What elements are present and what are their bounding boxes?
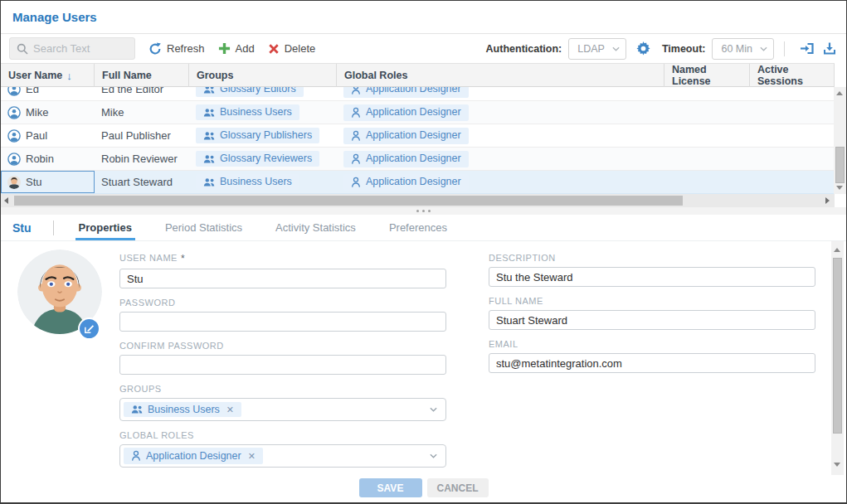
remove-chip-icon[interactable]: ✕ xyxy=(248,452,256,461)
role-icon xyxy=(351,153,361,165)
search-input[interactable] xyxy=(33,42,123,55)
column-header-active-sessions[interactable]: Active Sessions xyxy=(750,64,835,87)
description-label: DESCRIPTION xyxy=(489,253,815,263)
user-icon xyxy=(7,129,21,143)
remove-chip-icon[interactable]: ✕ xyxy=(226,405,234,414)
confirm-password-field[interactable] xyxy=(119,355,446,375)
settings-gear-icon[interactable] xyxy=(636,41,650,56)
groups-dropdown[interactable]: Business Users ✕ xyxy=(119,398,446,421)
password-field[interactable] xyxy=(119,312,446,332)
delete-button[interactable]: Delete xyxy=(268,42,316,55)
group-icon xyxy=(203,177,215,187)
delete-label: Delete xyxy=(285,42,316,55)
timeout-select[interactable]: 60 Min xyxy=(712,38,774,60)
tab-period-statistics[interactable]: Period Statistics xyxy=(148,215,259,240)
focused-cell[interactable]: Stu xyxy=(1,171,95,193)
group-chip: Business Users xyxy=(196,174,299,190)
user-icon xyxy=(7,87,21,96)
tab-properties[interactable]: Properties xyxy=(62,215,148,240)
edit-pencil-icon xyxy=(84,323,95,334)
timeout-label: Timeout: xyxy=(662,43,706,55)
search-box[interactable] xyxy=(9,37,135,60)
authentication-select[interactable]: LDAP xyxy=(568,38,626,60)
email-field[interactable] xyxy=(489,353,815,373)
table-row-ed[interactable]: Ed Ed the Editor Glossary Editors Applic… xyxy=(1,87,835,101)
form-right-column: DESCRIPTION FULL NAME EMAIL xyxy=(489,241,815,373)
group-icon xyxy=(203,87,215,94)
role-icon xyxy=(351,107,361,119)
toolbar: Refresh Add Delete Authentication: LDAP xyxy=(1,34,846,63)
confirm-password-label: CONFIRM PASSWORD xyxy=(119,341,446,351)
chevron-down-icon xyxy=(430,453,437,458)
role-chip: Application Designer xyxy=(343,87,469,98)
scroll-up-icon[interactable] xyxy=(836,91,843,95)
column-header-global-roles[interactable]: Global Roles xyxy=(337,64,664,87)
scroll-down-icon[interactable] xyxy=(834,463,840,467)
user-name-field[interactable] xyxy=(119,269,446,288)
table-hscroll-thumb[interactable] xyxy=(14,196,683,206)
column-header-named-license[interactable]: Named License xyxy=(664,64,750,87)
plus-icon xyxy=(218,42,231,55)
table-header: User Name ↓ Full Name Groups Global Role… xyxy=(1,63,835,87)
authentication-label: Authentication: xyxy=(486,43,562,55)
download-icon[interactable] xyxy=(821,40,838,57)
groups-label: GROUPS xyxy=(119,384,446,394)
table-horizontal-scrollbar[interactable] xyxy=(1,194,835,207)
save-button[interactable]: SAVE xyxy=(359,478,422,497)
role-icon xyxy=(131,450,141,462)
global-roles-chip: Application Designer ✕ xyxy=(124,448,263,464)
toolbar-divider xyxy=(784,41,785,56)
chevron-down-icon xyxy=(612,46,620,51)
column-header-user-name[interactable]: User Name ↓ xyxy=(1,64,95,87)
delete-x-icon xyxy=(268,43,280,55)
group-icon xyxy=(203,154,215,164)
email-label: EMAIL xyxy=(489,339,815,349)
scroll-right-icon[interactable] xyxy=(825,197,830,204)
panel-splitter[interactable] xyxy=(1,207,846,215)
sort-descending-icon: ↓ xyxy=(66,70,72,82)
table-body: Ed Ed the Editor Glossary Editors Applic… xyxy=(1,87,835,194)
column-header-groups[interactable]: Groups xyxy=(189,64,337,87)
tab-activity-statistics[interactable]: Activity Statistics xyxy=(259,215,372,240)
table-vscroll-thumb[interactable] xyxy=(835,147,845,183)
header-divider xyxy=(53,220,54,235)
table-vertical-scrollbar[interactable] xyxy=(834,87,846,194)
role-icon xyxy=(351,87,361,95)
role-chip: Application Designer xyxy=(343,174,469,191)
stu-avatar-mini-icon xyxy=(7,176,21,189)
column-header-full-name[interactable]: Full Name xyxy=(95,64,189,87)
edit-avatar-button[interactable] xyxy=(78,317,100,340)
full-name-label: FULL NAME xyxy=(489,296,815,306)
scroll-down-icon[interactable] xyxy=(836,186,843,190)
description-field[interactable] xyxy=(489,267,815,287)
scroll-left-icon[interactable] xyxy=(4,197,8,204)
table-row-robin[interactable]: Robin Robin Reviewer Glossary Reviewers … xyxy=(1,148,835,171)
role-chip: Application Designer xyxy=(343,128,469,144)
global-roles-label: GLOBAL ROLES xyxy=(119,430,446,440)
panel-vertical-scrollbar[interactable] xyxy=(831,241,844,475)
tab-preferences[interactable]: Preferences xyxy=(372,215,464,240)
refresh-label: Refresh xyxy=(167,42,205,55)
chevron-down-icon xyxy=(430,407,437,412)
cancel-button[interactable]: CANCEL xyxy=(427,478,489,497)
detail-title: Stu xyxy=(1,215,53,240)
full-name-field[interactable] xyxy=(489,310,815,330)
group-icon xyxy=(203,108,215,118)
login-sessions-icon[interactable] xyxy=(798,40,816,57)
search-icon xyxy=(17,43,28,55)
table-row-mike[interactable]: Mike Mike Business Users Application Des… xyxy=(1,101,835,124)
group-chip: Glossary Editors xyxy=(196,87,304,97)
panel-vscroll-thumb[interactable] xyxy=(833,258,842,434)
add-button[interactable]: Add xyxy=(218,42,255,55)
detail-panel-header: Stu Properties Period Statistics Activit… xyxy=(1,215,846,241)
table-row-paul[interactable]: Paul Paul Publisher Glossary Publishers … xyxy=(1,124,835,148)
group-icon xyxy=(131,405,143,414)
scroll-up-icon[interactable] xyxy=(834,248,840,252)
refresh-button[interactable]: Refresh xyxy=(148,42,205,56)
user-icon xyxy=(7,153,21,166)
group-chip: Glossary Publishers xyxy=(196,128,319,143)
role-chip: Application Designer xyxy=(343,151,469,167)
groups-chip: Business Users ✕ xyxy=(124,402,241,418)
table-row-stu-selected[interactable]: Stu Stuart Steward Business Users Applic… xyxy=(1,171,835,194)
global-roles-dropdown[interactable]: Application Designer ✕ xyxy=(119,444,446,468)
